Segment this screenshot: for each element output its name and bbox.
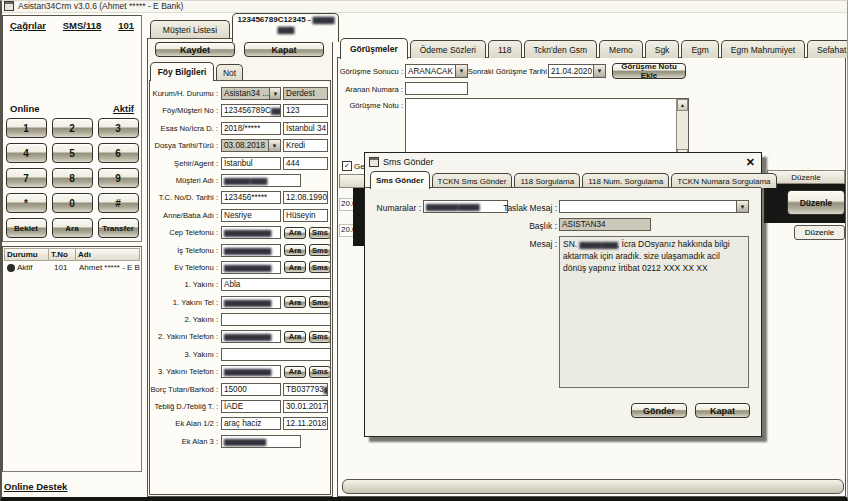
calls-grid-header-sliver[interactable] bbox=[339, 174, 366, 188]
field-input[interactable]: İADE bbox=[221, 400, 281, 413]
sms-dialog-tab-4[interactable]: TCKN Numara Sorgulama bbox=[671, 173, 776, 188]
field-input[interactable]: araç haciz bbox=[221, 417, 281, 430]
field-input-secondary[interactable]: 30.01.2017▼ bbox=[283, 400, 328, 413]
row-call-button[interactable]: Ara bbox=[284, 366, 306, 378]
row-call-button[interactable]: Ara bbox=[284, 261, 306, 273]
dial-key-8[interactable]: 8 bbox=[52, 168, 93, 188]
tab-customer-list[interactable]: Müşteri Listesi bbox=[150, 20, 230, 38]
dial-key-*[interactable]: * bbox=[6, 193, 47, 213]
row-sms-button[interactable]: Sms bbox=[309, 331, 331, 343]
sms-dialog-tab-1[interactable]: TCKN Sms Gönder bbox=[432, 173, 513, 188]
calls-tab-8[interactable]: Sefahat bbox=[807, 40, 848, 58]
dial-key-9[interactable]: 9 bbox=[98, 168, 139, 188]
dial-key-0[interactable]: 0 bbox=[52, 193, 93, 213]
calls-tab-7[interactable]: Egm Mahrumiyet bbox=[721, 40, 805, 58]
field-input-secondary[interactable]: Kredi bbox=[283, 139, 328, 152]
call-result-combo[interactable]: ARANACAK ▼ bbox=[405, 64, 468, 78]
field-input[interactable]: Nesriye bbox=[221, 209, 281, 222]
field-input[interactable]: ▆▆▆▆▆▆▆▆▆ bbox=[221, 226, 281, 239]
called-number-input[interactable] bbox=[405, 82, 468, 95]
template-message-combo[interactable]: ▼ bbox=[559, 200, 749, 213]
row-sms-button[interactable]: Sms bbox=[309, 296, 331, 308]
calls-tab-5[interactable]: Sgk bbox=[645, 40, 680, 58]
field-input[interactable]: ▆▆▆▆▆▆▆▆▆ bbox=[221, 261, 281, 274]
subject-input[interactable]: ASISTAN34 bbox=[559, 218, 651, 231]
calls-tab-2[interactable]: 118 bbox=[488, 40, 522, 58]
next-call-date-combo[interactable]: 21.04.2020 ▼ bbox=[548, 64, 606, 78]
dropdown-arrow-icon[interactable]: ▼ bbox=[268, 140, 280, 151]
row-sms-button[interactable]: Sms bbox=[309, 366, 331, 378]
add-call-note-button[interactable]: Görüşme Notu Ekle bbox=[612, 63, 686, 79]
field-input[interactable]: 15000 bbox=[221, 383, 281, 396]
field-input[interactable]: 123456789C▆▆▆▆▆ bbox=[221, 104, 281, 117]
field-input[interactable]: İstanbul bbox=[221, 157, 281, 170]
extension-link[interactable]: 101 bbox=[118, 20, 134, 31]
dial-key-7[interactable]: 7 bbox=[6, 168, 47, 188]
field-input-secondary[interactable]: 12.08.1990▼ bbox=[283, 191, 328, 204]
dial-key-5[interactable]: 5 bbox=[52, 143, 93, 163]
hold-button[interactable]: Beklet bbox=[6, 218, 47, 238]
row-call-button[interactable]: Ara bbox=[284, 296, 306, 308]
col-header-status[interactable]: Durumu bbox=[4, 248, 49, 261]
tab-customer-file[interactable]: 123456789C12345 - ▆▆▆▆ ▆▆▆ bbox=[232, 13, 339, 42]
field-input[interactable]: ▆▆▆▆▆▆▆▆▆ bbox=[221, 296, 281, 309]
sms-dialog-tab-3[interactable]: 118 Num. Sorgulama bbox=[582, 173, 669, 188]
online-support-link[interactable]: Online Destek bbox=[4, 481, 67, 492]
call-button[interactable]: Ara bbox=[52, 218, 93, 238]
sms-dialog-tab-2[interactable]: 118 Sorgulama bbox=[514, 173, 580, 188]
dial-key-4[interactable]: 4 bbox=[6, 143, 47, 163]
dropdown-arrow-icon[interactable]: ▼ bbox=[327, 401, 328, 412]
field-input[interactable]: 123456***** bbox=[221, 191, 281, 204]
grid-date-cell[interactable]: 20.0 bbox=[339, 224, 353, 237]
field-input-secondary[interactable]: Hüseyin bbox=[283, 209, 328, 222]
dial-key-#[interactable]: # bbox=[98, 193, 139, 213]
field-input[interactable]: ▆▆▆▆▆ ▆▆▆ bbox=[221, 174, 301, 187]
active-status-link[interactable]: Aktif bbox=[113, 103, 134, 114]
calls-tab-0[interactable]: Görüşmeler bbox=[340, 38, 408, 59]
close-dialog-button[interactable]: Kapat bbox=[695, 403, 750, 418]
dropdown-arrow-icon[interactable]: ▼ bbox=[736, 201, 748, 212]
field-input[interactable]: ▆▆▆▆▆▆▆▆▆ bbox=[221, 365, 281, 378]
sms-dialog-titlebar[interactable]: Sms Gönder ✕ bbox=[365, 153, 761, 170]
calls-link[interactable]: Çağrılar bbox=[10, 20, 46, 31]
edit-button[interactable]: Düzenle bbox=[794, 225, 845, 240]
transfer-button[interactable]: Transfer bbox=[98, 218, 139, 238]
history-checkbox[interactable]: ✓ bbox=[342, 161, 352, 171]
horizontal-scrollbar[interactable] bbox=[342, 479, 844, 494]
scroll-up-icon[interactable]: ▲ bbox=[677, 99, 688, 111]
field-input-secondary[interactable]: 123 bbox=[283, 104, 328, 117]
field-input-secondary[interactable]: Derdest bbox=[283, 87, 328, 100]
row-sms-button[interactable]: Sms bbox=[309, 227, 331, 239]
dial-key-6[interactable]: 6 bbox=[98, 143, 139, 163]
field-input[interactable]: Asistan34 ...▼ bbox=[221, 87, 281, 100]
field-input-secondary[interactable]: 444 bbox=[283, 157, 328, 170]
row-call-button[interactable]: Ara bbox=[284, 331, 306, 343]
row-sms-button[interactable]: Sms bbox=[309, 244, 331, 256]
field-input[interactable]: 03.08.2018▼ bbox=[221, 139, 281, 152]
dropdown-arrow-icon[interactable]: ▼ bbox=[327, 192, 328, 203]
dropdown-arrow-icon[interactable]: ▼ bbox=[455, 65, 467, 77]
save-button[interactable]: Kaydet bbox=[155, 42, 235, 57]
dropdown-arrow-icon[interactable]: ▼ bbox=[593, 65, 605, 77]
dropdown-arrow-icon[interactable]: ▼ bbox=[269, 88, 281, 99]
row-call-button[interactable]: Ara bbox=[284, 244, 306, 256]
sms118-link[interactable]: SMS/118 bbox=[63, 20, 102, 31]
sms-dialog-tab-0[interactable]: Sms Gönder bbox=[370, 171, 430, 189]
field-input-secondary[interactable]: TB037793▆▆▆ bbox=[283, 383, 328, 396]
dial-key-3[interactable]: 3 bbox=[98, 118, 139, 138]
calls-tab-1[interactable]: Ödeme Sözleri bbox=[410, 40, 486, 58]
agent-row[interactable]: Aktif 101 Ahmet ***** - E Bank bbox=[4, 261, 140, 274]
dial-key-2[interactable]: 2 bbox=[52, 118, 93, 138]
col-header-tno[interactable]: T.No bbox=[49, 248, 76, 261]
field-input[interactable]: 2018/***** bbox=[221, 122, 281, 135]
field-input[interactable]: ▆▆▆▆▆▆▆▆ bbox=[221, 435, 301, 448]
field-input[interactable] bbox=[221, 313, 331, 326]
calls-tab-4[interactable]: Memo bbox=[599, 40, 643, 58]
col-header-name[interactable]: Adı bbox=[76, 248, 140, 261]
calls-tab-3[interactable]: Tckn'den Gsm bbox=[524, 40, 598, 58]
close-file-button[interactable]: Kapat bbox=[244, 42, 324, 57]
grid-date-cell[interactable]: 20.0 bbox=[339, 198, 353, 211]
calls-tab-6[interactable]: Egm bbox=[681, 40, 718, 58]
tab-note[interactable]: Not bbox=[216, 64, 243, 81]
field-input[interactable]: ▆▆▆▆▆▆▆▆▆ bbox=[221, 244, 281, 257]
